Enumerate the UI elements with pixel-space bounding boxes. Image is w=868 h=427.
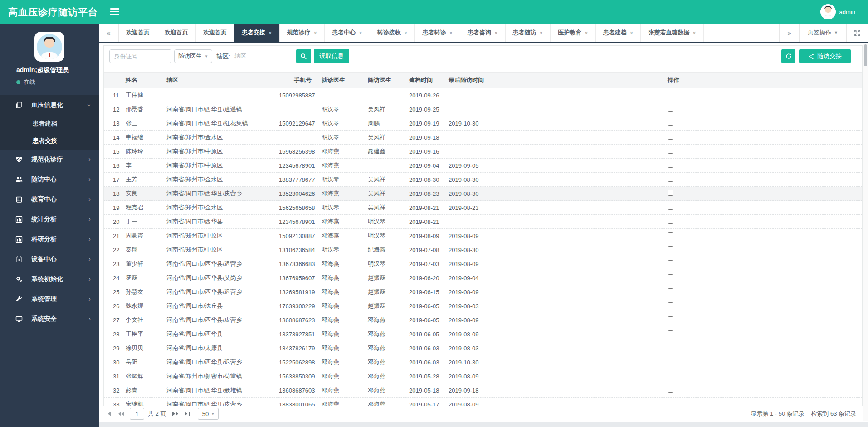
row-checkbox[interactable]: [668, 288, 673, 294]
sidebar-menu-item[interactable]: 血压信息化 ›: [0, 95, 99, 115]
page-number-input[interactable]: [130, 408, 144, 420]
tab-close-icon[interactable]: ×: [630, 29, 634, 36]
table-row[interactable]: 28 王艳平 河南省/周口市/西华县 13373927851 邓海燕 邓海燕 2…: [104, 327, 862, 341]
doctor-filter-select[interactable]: 随访医生 ▼: [174, 49, 212, 63]
table-row[interactable]: 22 秦翔 河南省/郑州市/中原区 13106236584 明汉琴 纪海燕 20…: [104, 243, 862, 257]
row-checkbox[interactable]: [668, 359, 673, 364]
sidebar-submenu-item[interactable]: 患者建档: [0, 115, 99, 132]
table-row[interactable]: 32 彭青 河南省/周口市/西华县/聂堆镇 13608687603 邓海燕 邓海…: [104, 383, 862, 398]
header-user[interactable]: admin: [820, 4, 855, 20]
tab[interactable]: 患者咨询 ×: [460, 24, 506, 42]
table-row[interactable]: 18 安良 河南省/周口市/西华县/皮营乡 13523004626 邓海燕 吴凤…: [104, 187, 862, 201]
sidebar-menu-item[interactable]: 系统初始化 ›: [0, 269, 99, 289]
sidebar-menu-item[interactable]: 系统管理 ›: [0, 289, 99, 309]
row-checkbox[interactable]: [668, 232, 673, 238]
tab[interactable]: 张楚若血糖数据 ×: [641, 24, 704, 42]
tab[interactable]: 转诊接收 ×: [370, 24, 415, 42]
table-row[interactable]: 19 程克召 河南省/郑州市/金水区 15625658658 明汉琴 吴凤祥 2…: [104, 201, 862, 215]
next-page-button[interactable]: [170, 408, 181, 420]
tab-operations-dropdown[interactable]: 页签操作 ▼: [799, 24, 846, 42]
table-row[interactable]: 16 李一 河南省/郑州市/中原区 12345678901 邓海燕 2019-0…: [104, 159, 862, 173]
table-row[interactable]: 20 丁一 河南省/周口市/西华县 12345678901 邓海燕 明汉琴 20…: [104, 215, 862, 229]
table-row[interactable]: 23 董少轩 河南省/周口市/西华县/迟营乡 13673366683 邓海燕 明…: [104, 257, 862, 271]
last-page-button[interactable]: [181, 408, 193, 420]
tab[interactable]: 欢迎首页: [196, 24, 234, 42]
tab[interactable]: 患者中心 ×: [325, 24, 370, 42]
vertical-scrollbar[interactable]: [863, 44, 868, 421]
tab-close-icon[interactable]: ×: [692, 29, 696, 36]
row-checkbox[interactable]: [668, 162, 673, 168]
id-card-input[interactable]: [109, 49, 171, 63]
read-info-button[interactable]: 读取信息: [314, 49, 349, 63]
table-row[interactable]: 25 孙慧友 河南省/周口市/西华县/迟营乡 13269581919 邓海燕 赵…: [104, 285, 862, 299]
table-row[interactable]: 14 申福继 河南省/郑州市/金水区 明汉琴 吴凤祥 2019-09-18: [104, 131, 862, 145]
region-input[interactable]: [234, 49, 293, 63]
refresh-button[interactable]: [781, 49, 795, 63]
search-button[interactable]: [296, 49, 311, 63]
table-row[interactable]: 29 徐贝贝 河南省/周口市/太康县 18437826179 邓海燕 邓海燕 2…: [104, 341, 862, 355]
row-checkbox[interactable]: [668, 246, 673, 252]
sidebar-menu-item[interactable]: 规范化诊疗 ›: [0, 150, 99, 170]
tab[interactable]: 欢迎首页: [157, 24, 196, 42]
row-checkbox[interactable]: [668, 373, 673, 378]
tab-close-icon[interactable]: ×: [540, 29, 543, 36]
row-checkbox[interactable]: [668, 302, 673, 308]
tab[interactable]: 患者随访 ×: [506, 24, 551, 42]
row-checkbox[interactable]: [668, 204, 673, 210]
scrollbar-thumb[interactable]: [864, 44, 867, 66]
row-checkbox[interactable]: [668, 190, 673, 196]
table-row[interactable]: 12 邵景香 河南省/周口市/西华县/逍遥镇 明汉琴 吴凤祥 2019-09-2…: [104, 102, 862, 116]
table-row[interactable]: 27 李文社 河南省/周口市/西华县/皮营乡 13608687623 邓海燕 邓…: [104, 313, 862, 327]
sidebar-menu-item[interactable]: 教育中心 ›: [0, 189, 99, 209]
sidebar-submenu-item[interactable]: 患者交接: [0, 132, 99, 150]
row-checkbox[interactable]: [668, 387, 673, 393]
table-row[interactable]: 15 陈玲玲 河南省/郑州市/中原区 15968256398 邓海燕 晁建鑫 2…: [104, 145, 862, 159]
sidebar-menu-item[interactable]: 系统安全 ›: [0, 309, 99, 329]
prev-page-button[interactable]: [115, 408, 127, 420]
table-row[interactable]: 31 张耀辉 河南省/郑州市/新密市/苟堂镇 15638850309 邓海燕 邓…: [104, 369, 862, 383]
tab-close-icon[interactable]: ×: [314, 29, 317, 36]
tab-close-icon[interactable]: ×: [494, 29, 498, 36]
hamburger-menu-icon[interactable]: [110, 8, 119, 15]
sidebar-menu-item[interactable]: 设备中心 ›: [0, 249, 99, 269]
tab-close-icon[interactable]: ×: [404, 29, 408, 36]
sidebar-menu-item[interactable]: 统计分析 ›: [0, 209, 99, 229]
tab-close-icon[interactable]: ×: [449, 29, 453, 36]
tab-close-icon[interactable]: ×: [585, 29, 588, 36]
row-checkbox[interactable]: [668, 176, 673, 182]
table-row[interactable]: 13 张三 河南省/周口市/西华县/红花集镇 15092129647 明汉琴 周…: [104, 116, 862, 131]
row-checkbox[interactable]: [668, 148, 673, 154]
tab-close-icon[interactable]: ×: [359, 29, 362, 36]
table-row[interactable]: 11 王伟健 15092985887 2019-09-26: [104, 88, 862, 102]
follow-handover-button[interactable]: 随访交接: [799, 49, 851, 63]
tab[interactable]: 患者建档 ×: [596, 24, 641, 42]
row-checkbox[interactable]: [668, 345, 673, 350]
first-page-button[interactable]: [103, 408, 115, 420]
row-checkbox[interactable]: [668, 401, 673, 406]
fullscreen-button[interactable]: [846, 24, 868, 42]
table-row[interactable]: 17 王芳 河南省/郑州市/金水区 18837778677 明汉琴 吴凤祥 20…: [104, 173, 862, 187]
table-row[interactable]: 30 岳阳 河南省/周口市/西华县/迟营乡 15225062898 邓海燕 邓海…: [104, 355, 862, 369]
tab[interactable]: 患者交接 ×: [234, 24, 280, 42]
tab-close-icon[interactable]: ×: [268, 29, 272, 36]
row-checkbox[interactable]: [668, 218, 673, 224]
row-checkbox[interactable]: [668, 316, 673, 322]
row-checkbox[interactable]: [668, 330, 673, 336]
table-row[interactable]: 21 周豪霞 河南省/郑州市/中原区 15092130887 邓海燕 明汉琴 2…: [104, 229, 862, 243]
table-row[interactable]: 33 宋继凯 河南省/周口市/西华县/皮营乡 18838001065 邓海燕 邓…: [104, 398, 862, 406]
tab[interactable]: 规范诊疗 ×: [280, 24, 325, 42]
tabs-scroll-right-button[interactable]: »: [779, 24, 799, 42]
table-row[interactable]: 24 罗磊 河南省/周口市/西华县/艾岗乡 13676959607 邓海燕 赵振…: [104, 271, 862, 285]
sidebar-menu-item[interactable]: 科研分析 ›: [0, 229, 99, 249]
row-checkbox[interactable]: [668, 274, 673, 280]
tab[interactable]: 患者转诊 ×: [415, 24, 460, 42]
row-checkbox[interactable]: [668, 106, 673, 112]
tab[interactable]: 欢迎首页: [119, 24, 157, 42]
sidebar-menu-item[interactable]: 随访中心 ›: [0, 170, 99, 189]
tabs-scroll-left-button[interactable]: «: [99, 24, 119, 42]
row-checkbox[interactable]: [668, 134, 673, 140]
tab[interactable]: 医护教育 ×: [551, 24, 596, 42]
page-size-select[interactable]: 50 ▼: [198, 408, 219, 420]
row-checkbox[interactable]: [668, 92, 673, 97]
table-row[interactable]: 26 魏永娜 河南省/周口市/沈丘县 17639300229 邓海燕 赵振磊 2…: [104, 299, 862, 313]
